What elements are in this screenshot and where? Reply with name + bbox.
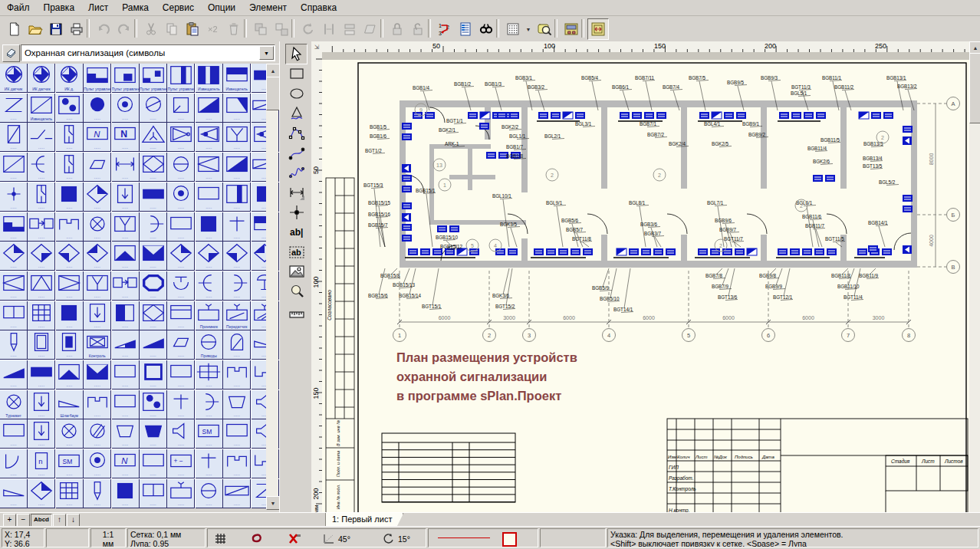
library-symbol[interactable]: ·····: [167, 330, 195, 360]
library-symbol[interactable]: ·····: [167, 182, 195, 212]
menu-2[interactable]: Лист: [81, 1, 115, 15]
save-button[interactable]: [45, 18, 67, 40]
library-symbol[interactable]: ·····: [0, 419, 28, 449]
library-symbol[interactable]: ·····: [223, 419, 251, 449]
library-symbol[interactable]: ·····: [196, 182, 223, 212]
menu-3[interactable]: Рамка: [115, 1, 156, 15]
freeform-snap-icon[interactable]: [251, 532, 265, 546]
canvas-vertical-scrollbar[interactable]: ▲ ▼: [969, 41, 980, 526]
tool-freehand[interactable]: [285, 163, 307, 183]
library-symbol[interactable]: ·····: [223, 330, 251, 360]
library-symbol[interactable]: Передатчик: [223, 301, 251, 330]
library-symbol[interactable]: ·····: [28, 419, 55, 449]
library-symbol[interactable]: Контроль: [84, 330, 111, 360]
library-symbol[interactable]: ·····: [0, 301, 28, 330]
mirror-v-button[interactable]: [339, 18, 360, 40]
library-select[interactable]: Охранная сигнализация (символы ▼: [21, 44, 275, 61]
library-symbol[interactable]: ·····: [140, 182, 167, 212]
library-symbol[interactable]: ·····: [28, 242, 55, 271]
menu-0[interactable]: Файл: [0, 1, 37, 15]
tool-node[interactable]: [285, 202, 307, 222]
library-symbol[interactable]: Шлагбаум: [56, 390, 84, 419]
library-symbol[interactable]: ·····: [28, 123, 55, 152]
library-symbol[interactable]: ИК датчик: [28, 64, 55, 93]
tool-measure[interactable]: [285, 301, 307, 321]
library-symbol[interactable]: Приемник: [196, 301, 223, 330]
library-symbol[interactable]: ·····: [84, 479, 111, 508]
library-symbol[interactable]: ·····: [167, 94, 195, 123]
chevron-down-icon[interactable]: ▼: [259, 46, 274, 60]
library-symbol[interactable]: ·····: [28, 182, 55, 212]
library-symbol[interactable]: ·····: [223, 94, 251, 123]
drawing-canvas[interactable]: СогласованоВ зам. инв №Подп. и датаИнв.№…: [322, 52, 969, 512]
delete-button[interactable]: [223, 18, 245, 40]
library-symbol[interactable]: ·····: [140, 123, 167, 152]
library-symbol[interactable]: ·····: [167, 123, 195, 152]
library-symbol[interactable]: + −·····: [167, 449, 195, 478]
tool-ellipse[interactable]: [285, 84, 307, 104]
menu-1[interactable]: Правка: [37, 1, 82, 15]
library-manager-button[interactable]: [2, 44, 20, 62]
library-symbol[interactable]: ·····: [84, 301, 111, 330]
rotate-step-icon[interactable]: [383, 533, 395, 546]
tool-polygon[interactable]: [285, 123, 307, 143]
library-symbol[interactable]: ·····: [140, 153, 167, 182]
library-symbol[interactable]: ·····: [0, 271, 28, 301]
tool-zoom[interactable]: [285, 281, 307, 302]
library-symbol[interactable]: ·····: [84, 94, 111, 123]
search-button[interactable]: [475, 18, 497, 40]
menu-5[interactable]: Опции: [201, 1, 242, 15]
zoom-out-button[interactable]: −: [17, 514, 30, 527]
library-symbol[interactable]: Пульт управления: [167, 64, 195, 93]
library-symbol[interactable]: ·····: [56, 419, 84, 449]
library-symbol[interactable]: ·····: [140, 479, 167, 508]
menu-4[interactable]: Сервис: [156, 1, 201, 15]
library-symbol[interactable]: Приводы: [196, 330, 223, 360]
mirror-h-button[interactable]: [318, 18, 340, 40]
library-symbol[interactable]: ·····: [112, 330, 140, 360]
library-symbol[interactable]: ·····: [28, 360, 55, 390]
library-symbol[interactable]: ·····: [28, 212, 55, 242]
snap-off-icon[interactable]: [288, 531, 301, 547]
grid-toggle-icon[interactable]: [214, 532, 227, 547]
angle-icon[interactable]: [323, 533, 335, 546]
library-symbol[interactable]: ·····: [196, 94, 223, 123]
library-symbol[interactable]: ·····: [112, 479, 140, 508]
open-button[interactable]: [25, 18, 46, 40]
library-symbol[interactable]: ·····: [167, 153, 195, 182]
library-scrollbar-thumb[interactable]: [266, 77, 280, 110]
library-symbol[interactable]: ·····: [167, 271, 195, 301]
library-symbol[interactable]: ·····: [0, 479, 28, 508]
scroll-up-icon[interactable]: ▲: [969, 41, 980, 54]
library-symbol[interactable]: ·····: [56, 479, 84, 508]
library-symbol[interactable]: ·····: [140, 242, 167, 271]
library-symbol[interactable]: Извещатель: [223, 64, 251, 93]
ungroup-button[interactable]: [271, 18, 292, 40]
scroll-down-button[interactable]: ↓: [67, 514, 80, 527]
library-symbol[interactable]: ·····: [140, 330, 167, 360]
library-symbol[interactable]: ·····: [196, 271, 223, 301]
library-symbol[interactable]: N·····: [84, 123, 111, 152]
library-symbol[interactable]: ·····: [0, 242, 28, 271]
library-symbol[interactable]: ·····: [56, 271, 84, 301]
library-symbol[interactable]: ·····: [196, 123, 223, 152]
library-symbol[interactable]: ·····: [0, 94, 28, 123]
library-symbol[interactable]: ·····: [167, 212, 195, 242]
library-symbol[interactable]: ·····: [140, 390, 167, 419]
menu-6[interactable]: Элемент: [242, 1, 294, 15]
library-symbol[interactable]: ·····: [0, 123, 28, 152]
library-symbol[interactable]: ·····: [56, 123, 84, 152]
library-symbol[interactable]: ·····: [223, 123, 251, 152]
library-symbol[interactable]: ·····: [196, 479, 223, 508]
new-button[interactable]: [4, 18, 25, 40]
library-symbol[interactable]: ИК датчик: [0, 64, 28, 93]
library-symbol[interactable]: ·····: [84, 390, 111, 419]
library-symbol[interactable]: ·····: [223, 360, 251, 390]
library-symbol[interactable]: ·····: [84, 212, 111, 242]
library-symbol[interactable]: ·····: [223, 153, 251, 182]
library-symbol[interactable]: ·····: [140, 212, 167, 242]
paste-button[interactable]: [182, 18, 203, 40]
library-symbol[interactable]: ·····: [112, 153, 140, 182]
tool-image[interactable]: [285, 261, 307, 282]
library-symbol[interactable]: ·····: [56, 153, 84, 182]
